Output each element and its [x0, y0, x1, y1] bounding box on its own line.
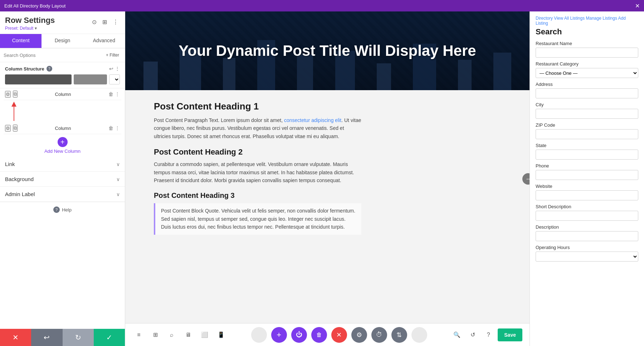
form-group-city: City: [536, 102, 638, 119]
accordion-link-header[interactable]: Link ∨: [0, 157, 125, 171]
breadcrumb-all[interactable]: All Listings: [564, 16, 585, 21]
settings-icon[interactable]: ⚙: [5, 91, 11, 98]
search-right-icon[interactable]: 🔍: [450, 328, 463, 341]
post-heading-1: Post Content Heading 1: [154, 101, 361, 112]
panel-scrollable: Column Structure ? ↩ ⋮: [0, 62, 125, 329]
input-description[interactable]: [536, 231, 638, 241]
input-state[interactable]: [536, 150, 638, 160]
save-button[interactable]: Save: [498, 328, 522, 341]
input-restaurant-name[interactable]: [536, 48, 638, 58]
toolbar-menu-icon[interactable]: ≡: [132, 328, 145, 341]
breadcrumb: Directory View All Listings Manage Listi…: [536, 16, 638, 26]
help-area: ? Help: [0, 202, 125, 217]
toolbar-tablet-icon[interactable]: ⬜: [198, 328, 211, 341]
close-footer-button[interactable]: ✕: [0, 329, 31, 346]
redo-footer-button[interactable]: ↻: [63, 329, 94, 346]
form-group-phone: Phone: [536, 163, 638, 180]
breadcrumb-directory[interactable]: Directory View: [536, 16, 563, 21]
form-group-zip: ZIP Code: [536, 122, 638, 139]
help-label: Help: [62, 207, 72, 213]
tab-content[interactable]: Content: [0, 34, 42, 48]
close-button[interactable]: ✕: [331, 327, 347, 343]
more-col-action-icon[interactable]: ⋮: [115, 91, 120, 97]
delete-button[interactable]: 🗑: [311, 327, 327, 343]
table-row: ⚙ ⧉ Column 🗑 ⋮: [4, 88, 121, 100]
copy-icon[interactable]: ⧉: [13, 91, 18, 98]
hero-title: Your Dynamic Post Title Will Display Her…: [179, 42, 476, 59]
toolbar-center: + ⏻ 🗑 ✕ ⚙ ⏱ ⇅: [251, 327, 427, 343]
column-label: Column: [20, 92, 106, 97]
center-toolbar: ≡ ⊞ ⌕ 🖥 ⬜ 📱 + ⏻ 🗑 ✕ ⚙ ⏱ ⇅ 🔍 ↺: [125, 323, 530, 346]
undo-col-icon[interactable]: ↩: [109, 66, 113, 72]
close-icon[interactable]: ✕: [635, 3, 640, 9]
select-hours[interactable]: [536, 252, 638, 262]
help-circle-icon: ?: [53, 206, 60, 213]
toolbar-right: 🔍 ↺ ? Save: [450, 328, 522, 341]
row-settings-header: Row Settings Preset: Default ▾ ⊙ ⊞ ⋮: [0, 11, 125, 34]
delete-col-icon[interactable]: 🗑: [108, 91, 113, 97]
columns-icon[interactable]: ⊞: [101, 17, 108, 27]
settings-button[interactable]: ⚙: [351, 327, 367, 343]
search-options-bar: + Filter: [0, 48, 125, 62]
post-content: Post Content Heading 1 Post Content Para…: [125, 97, 376, 316]
add-column-area[interactable]: + Add New Column: [4, 134, 121, 157]
refresh-icon[interactable]: ↺: [466, 328, 479, 341]
delete-col-2-icon[interactable]: 🗑: [108, 125, 113, 131]
search-input[interactable]: [4, 53, 102, 58]
sort-button[interactable]: ⇅: [391, 327, 407, 343]
column-select[interactable]: [109, 74, 120, 84]
input-website[interactable]: [536, 190, 638, 200]
more-col-2-action-icon[interactable]: ⋮: [115, 125, 120, 131]
tab-design[interactable]: Design: [42, 34, 83, 48]
form-group-website: Website: [536, 184, 638, 200]
column-structure-label: Column Structure: [5, 66, 44, 72]
tab-advanced[interactable]: Advanced: [83, 34, 125, 48]
table-row: ⚙ ⧉ Column 🗑 ⋮: [4, 122, 121, 134]
label-phone: Phone: [536, 163, 638, 169]
power-button[interactable]: ⏻: [291, 327, 307, 343]
add-column-label: Add New Column: [44, 148, 80, 154]
copy-icon-2[interactable]: ⧉: [13, 125, 18, 132]
breadcrumb-manage[interactable]: Manage Listings: [586, 16, 617, 21]
accordion-admin-header[interactable]: Admin Label ∨: [0, 187, 125, 201]
accordion-background-header[interactable]: Background ∨: [0, 172, 125, 186]
help-question-icon[interactable]: ?: [47, 66, 52, 72]
toolbar-monitor-icon[interactable]: 🖥: [182, 328, 195, 341]
settings-icon-2[interactable]: ⚙: [5, 125, 11, 132]
confirm-footer-button[interactable]: ✓: [94, 329, 125, 346]
input-address[interactable]: [536, 88, 638, 98]
accordion-admin-label: Admin Label ∨: [0, 187, 125, 202]
form-group-short-desc: Short Description: [536, 204, 638, 221]
input-city[interactable]: [536, 109, 638, 119]
center-panel: Your Dynamic Post Title Will Display Her…: [125, 11, 530, 346]
toolbar-search-icon[interactable]: ⌕: [165, 328, 178, 341]
col-bar-wide: [5, 74, 72, 84]
focus-icon[interactable]: ⊙: [91, 17, 98, 27]
content-area: Post Content Heading 1 Post Content Para…: [125, 90, 530, 323]
more-col-icon[interactable]: ⋮: [115, 66, 120, 72]
timer-button[interactable]: ⏱: [371, 327, 387, 343]
toolbar-left: ≡ ⊞ ⌕ 🖥 ⬜ 📱: [132, 328, 228, 341]
col-bar-narrow: [74, 74, 107, 84]
right-panel: Directory View All Listings Manage Listi…: [530, 11, 644, 346]
accordion-background: Background ∨: [0, 172, 125, 187]
help-toolbar-icon[interactable]: ?: [482, 328, 495, 341]
toolbar-phone-icon[interactable]: 📱: [215, 328, 228, 341]
label-short-desc: Short Description: [536, 204, 638, 209]
add-button[interactable]: +: [271, 327, 287, 343]
filter-button[interactable]: + Filter: [104, 51, 121, 59]
input-zip[interactable]: [536, 129, 638, 139]
blockquote: Post Content Block Quote. Vehicula velit…: [154, 203, 361, 234]
post-heading-2: Post Content Heading 2: [154, 147, 361, 157]
chevron-down-icon-2: ∨: [116, 176, 120, 182]
input-short-desc[interactable]: [536, 211, 638, 221]
help-button[interactable]: ? Help: [53, 206, 72, 213]
input-phone[interactable]: [536, 170, 638, 180]
toolbar-grid-icon[interactable]: ⊞: [149, 328, 162, 341]
post-link[interactable]: consectetur adipiscing elit: [284, 117, 341, 123]
column-bar-row: [5, 74, 120, 84]
add-column-plus-icon[interactable]: +: [58, 137, 68, 147]
select-category[interactable]: — Choose One —: [536, 68, 638, 78]
more-icon[interactable]: ⋮: [111, 17, 120, 27]
undo-footer-button[interactable]: ↩: [31, 329, 62, 346]
